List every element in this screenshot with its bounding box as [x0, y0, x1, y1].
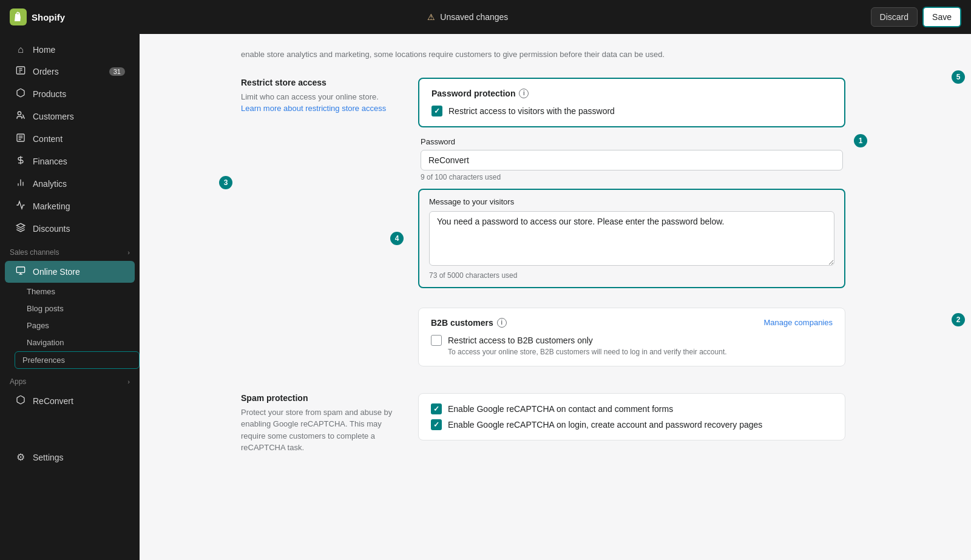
settings-icon: ⚙	[15, 451, 27, 463]
sidebar-label-content: Content	[33, 134, 63, 144]
warning-icon: ⚠	[427, 12, 435, 22]
sidebar-item-online-store[interactable]: Online Store	[5, 261, 135, 283]
password-input[interactable]	[421, 150, 843, 170]
sales-channels-header[interactable]: Sales channels ›	[0, 245, 140, 260]
spam-checkbox-1[interactable]	[431, 403, 442, 414]
shopify-logo-icon	[10, 8, 27, 25]
restrict-title: Restrict store access	[241, 78, 399, 87]
orders-badge: 31	[109, 67, 125, 76]
password-char-count: 9 of 100 characters used	[421, 173, 843, 181]
b2b-section: B2B customers i Manage companies Restric…	[241, 308, 845, 374]
sales-channels-label: Sales channels	[10, 248, 59, 257]
sidebar-label-finances: Finances	[33, 157, 67, 166]
sidebar-item-reconvert[interactable]: ReConvert	[5, 390, 135, 412]
spam-label-1: Enable Google reCAPTCHA on contact and c…	[448, 404, 673, 414]
sidebar-item-products[interactable]: Products	[5, 83, 135, 105]
sidebar-item-settings[interactable]: ⚙ Settings	[5, 447, 135, 468]
svg-point-4	[18, 112, 21, 115]
sidebar-label-products: Products	[33, 89, 66, 99]
analytics-icon	[15, 178, 27, 190]
main-layout: ⌂ Home Orders 31 Products Custo	[0, 34, 971, 560]
products-icon	[15, 88, 27, 100]
sidebar-item-preferences[interactable]: Preferences	[15, 351, 140, 369]
sidebar-item-pages[interactable]: Pages	[19, 317, 135, 334]
app-layout: Shopify ⚠ Unsaved changes Discard Save ⌂…	[0, 0, 971, 560]
content-area: enable store analytics and marketing, so…	[140, 34, 947, 560]
spam-title: Spam protection	[241, 393, 399, 403]
sidebar-item-themes[interactable]: Themes	[19, 283, 135, 300]
sidebar-item-home[interactable]: ⌂ Home	[5, 39, 135, 60]
spam-item-1[interactable]: Enable Google reCAPTCHA on contact and c…	[431, 403, 833, 414]
sidebar-item-blog-posts[interactable]: Blog posts	[19, 300, 135, 317]
learn-more-link[interactable]: Learn more about restricting store acces…	[241, 104, 386, 113]
top-bar-left: Shopify	[10, 8, 65, 25]
marketing-icon	[15, 200, 27, 212]
section-left-restrict: Restrict store access Limit who can acce…	[241, 78, 399, 288]
home-icon: ⌂	[15, 44, 27, 55]
section-right-b2b: B2B customers i Manage companies Restric…	[418, 308, 845, 374]
sidebar-item-content[interactable]: Content	[5, 128, 135, 150]
message-wrapper: 4 Message to your visitors You need a pa…	[418, 189, 845, 288]
spam-section: Spam protection Protect your store from …	[241, 393, 845, 454]
password-protection-title: Password protection	[431, 89, 515, 98]
sidebar-item-finances[interactable]: Finances	[5, 150, 135, 172]
sidebar-label-discounts: Discounts	[33, 224, 70, 234]
b2b-info-icon[interactable]: i	[497, 318, 507, 328]
message-char-count: 73 of 5000 characters used	[429, 271, 834, 280]
sidebar-label-online-store: Online Store	[33, 267, 80, 277]
sidebar-label-orders: Orders	[33, 67, 59, 76]
b2b-checkbox[interactable]	[431, 335, 442, 346]
top-bar: Shopify ⚠ Unsaved changes Discard Save	[0, 0, 971, 34]
b2b-sub-text: To access your online store, B2B custome…	[448, 348, 833, 356]
save-button[interactable]: Save	[922, 7, 961, 27]
apps-chevron: ›	[127, 378, 130, 385]
sidebar-label-themes: Themes	[27, 287, 55, 296]
b2b-checkbox-row[interactable]: Restrict access to B2B customers only	[431, 335, 833, 346]
sidebar-item-orders[interactable]: Orders 31	[5, 61, 135, 83]
spam-label-2: Enable Google reCAPTCHA on login, create…	[448, 420, 762, 430]
sidebar-sub-online-store: Themes Blog posts Pages Navigation Prefe…	[0, 283, 140, 369]
password-protection-card: Password protection i Restrict access to…	[418, 78, 845, 127]
section-left-spam: Spam protection Protect your store from …	[241, 393, 399, 454]
discard-button[interactable]: Discard	[871, 7, 918, 27]
top-desc: enable store analytics and marketing, so…	[241, 49, 845, 61]
sidebar-item-marketing[interactable]: Marketing	[5, 195, 135, 217]
top-bar-center: ⚠ Unsaved changes	[427, 12, 508, 22]
sidebar-label-analytics: Analytics	[33, 179, 67, 189]
message-label: Message to your visitors	[429, 197, 834, 206]
protection-header: Password protection i	[431, 89, 832, 98]
sidebar-label-blog-posts: Blog posts	[27, 304, 64, 313]
password-protection-checkbox-row[interactable]: Restrict access to visitors with the pas…	[431, 106, 832, 116]
section-left-b2b	[241, 308, 399, 374]
annotation-1: 1	[854, 134, 867, 147]
sidebar-label-customers: Customers	[33, 112, 74, 121]
restrict-desc-text: Limit who can access your online store.	[241, 92, 379, 101]
annotation-4: 4	[390, 232, 404, 245]
right-annotations: 5 2	[947, 34, 971, 560]
sidebar-item-navigation[interactable]: Navigation	[19, 334, 135, 351]
apps-label: Apps	[10, 377, 26, 386]
manage-companies-link[interactable]: Manage companies	[764, 318, 833, 327]
sidebar-label-preferences: Preferences	[22, 356, 65, 365]
restrict-desc: Limit who can access your online store. …	[241, 91, 399, 115]
password-protection-checkbox[interactable]	[431, 106, 442, 116]
sidebar-item-customers[interactable]: Customers	[5, 106, 135, 127]
b2b-header: B2B customers i Manage companies	[431, 318, 833, 328]
content-icon	[15, 133, 27, 145]
password-field-group: Password 9 of 100 characters used	[418, 137, 845, 181]
section-right-spam: Enable Google reCAPTCHA on contact and c…	[418, 393, 845, 454]
sidebar-label-reconvert: ReConvert	[33, 396, 73, 406]
spam-item-2[interactable]: Enable Google reCAPTCHA on login, create…	[431, 419, 833, 430]
message-textarea[interactable]: You need a password to access our store.…	[429, 211, 834, 266]
password-label: Password	[421, 137, 843, 146]
annotation-2: 2	[952, 313, 965, 326]
sales-channels-chevron: ›	[127, 249, 130, 256]
apps-header[interactable]: Apps ›	[0, 374, 140, 390]
spam-checkbox-2[interactable]	[431, 419, 442, 430]
password-protection-info-icon[interactable]: i	[519, 89, 529, 98]
message-card: Message to your visitors You need a pass…	[418, 189, 845, 288]
sidebar-item-discounts[interactable]: Discounts	[5, 218, 135, 240]
sidebar-item-analytics[interactable]: Analytics	[5, 173, 135, 195]
svg-rect-13	[16, 267, 24, 272]
discounts-icon	[15, 223, 27, 235]
